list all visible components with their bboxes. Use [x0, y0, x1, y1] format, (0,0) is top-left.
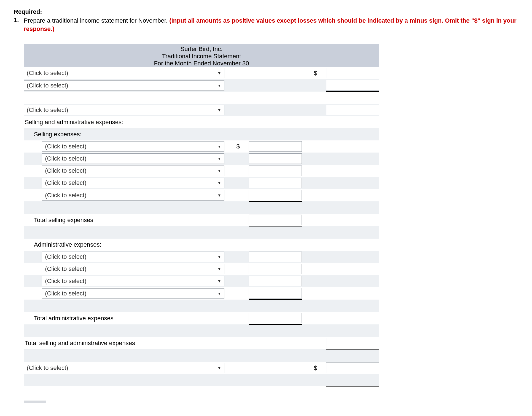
- table-row: (Click to select) ▼: [24, 165, 379, 177]
- table-row: Selling and administrative expenses:: [24, 116, 379, 128]
- amount-input[interactable]: [326, 68, 379, 78]
- line-item-select[interactable]: (Click to select) ▼: [24, 363, 224, 373]
- table-row: [24, 300, 379, 312]
- amount-input[interactable]: [326, 80, 379, 90]
- table-row: Selling expenses:: [24, 128, 379, 140]
- required-heading: Required:: [14, 8, 518, 15]
- table-row: [24, 92, 379, 104]
- question-text-plain: Prepare a traditional income statement f…: [24, 17, 169, 24]
- table-row: Total administrative expenses: [24, 312, 379, 324]
- chevron-down-icon: ▼: [217, 156, 221, 161]
- line-item-select[interactable]: (Click to select) ▼: [42, 166, 224, 176]
- select-placeholder: (Click to select): [27, 82, 68, 89]
- dollar-symbol: $: [314, 362, 326, 374]
- table-row: (Click to select) ▼: [24, 287, 379, 300]
- table-row: [24, 226, 379, 239]
- chevron-down-icon: ▼: [217, 181, 221, 185]
- question-row: 1. Prepare a traditional income statemen…: [14, 17, 518, 33]
- chevron-down-icon: ▼: [217, 71, 221, 75]
- line-item-select[interactable]: (Click to select) ▼: [42, 141, 224, 152]
- chevron-down-icon: ▼: [217, 255, 221, 259]
- select-placeholder: (Click to select): [27, 364, 68, 372]
- table-row: (Click to select) ▼ $: [24, 67, 379, 79]
- question-text: Prepare a traditional income statement f…: [24, 17, 518, 33]
- table-row: [24, 201, 379, 214]
- line-item-select[interactable]: (Click to select) ▼: [42, 276, 224, 286]
- chevron-down-icon: ▼: [217, 83, 221, 88]
- select-placeholder: (Click to select): [45, 167, 86, 174]
- chevron-down-icon: ▼: [217, 279, 221, 283]
- line-item-select[interactable]: (Click to select) ▼: [24, 80, 224, 91]
- table-row: Administrative expenses:: [24, 239, 379, 251]
- amount-input[interactable]: [249, 264, 302, 274]
- amount-input[interactable]: [249, 153, 302, 164]
- amount-input[interactable]: [326, 338, 379, 348]
- amount-input[interactable]: [249, 313, 302, 323]
- select-placeholder: (Click to select): [45, 143, 86, 150]
- statement-title: Traditional Income Statement: [24, 53, 379, 60]
- line-item-select[interactable]: (Click to select) ▼: [24, 105, 224, 115]
- table-row: [24, 374, 379, 386]
- statement-company: Surfer Bird, Inc.: [24, 46, 379, 53]
- chevron-down-icon: ▼: [217, 108, 221, 112]
- table-row: (Click to select) ▼: [24, 153, 379, 165]
- select-placeholder: (Click to select): [45, 278, 86, 285]
- select-placeholder: (Click to select): [45, 155, 86, 162]
- chevron-down-icon: ▼: [217, 169, 221, 173]
- amount-input[interactable]: [249, 166, 302, 176]
- statement-period: For the Month Ended November 30: [24, 60, 379, 67]
- chevron-down-icon: ▼: [217, 366, 221, 370]
- table-row: (Click to select) ▼: [24, 275, 379, 287]
- select-placeholder: (Click to select): [45, 192, 86, 199]
- table-row: (Click to select) ▼: [24, 177, 379, 189]
- select-placeholder: (Click to select): [27, 106, 68, 114]
- table-row: (Click to select) ▼: [24, 263, 379, 275]
- line-item-select[interactable]: (Click to select) ▼: [42, 264, 224, 274]
- amount-input[interactable]: [249, 276, 302, 286]
- amount-input[interactable]: [249, 141, 302, 152]
- selling-expenses-label: Selling expenses:: [33, 128, 379, 140]
- total-selling-admin-expenses-label: Total selling and administrative expense…: [24, 337, 224, 349]
- line-item-select[interactable]: (Click to select) ▼: [42, 288, 224, 299]
- table-row: Total selling expenses: [24, 214, 379, 226]
- table-row: [24, 349, 379, 362]
- table-row: (Click to select) ▼: [24, 189, 379, 201]
- amount-input[interactable]: [249, 178, 302, 188]
- select-placeholder: (Click to select): [45, 290, 86, 297]
- amount-input[interactable]: [249, 190, 302, 200]
- table-row: (Click to select) ▼: [24, 251, 379, 263]
- line-item-select[interactable]: (Click to select) ▼: [42, 252, 224, 262]
- amount-input[interactable]: [249, 215, 302, 225]
- table-row: [24, 324, 379, 337]
- selling-admin-expenses-label: Selling and administrative expenses:: [24, 116, 379, 128]
- amount-input[interactable]: [326, 105, 379, 115]
- admin-expenses-label: Administrative expenses:: [33, 239, 379, 251]
- select-placeholder: (Click to select): [45, 265, 86, 273]
- line-item-select[interactable]: (Click to select) ▼: [42, 190, 224, 201]
- dollar-symbol: $: [237, 140, 249, 153]
- select-placeholder: (Click to select): [45, 179, 86, 186]
- select-placeholder: (Click to select): [45, 253, 86, 260]
- total-admin-expenses-label: Total administrative expenses: [33, 312, 224, 324]
- table-row: Total selling and administrative expense…: [24, 337, 379, 349]
- income-statement-worksheet: Surfer Bird, Inc. Traditional Income Sta…: [24, 44, 379, 387]
- chevron-down-icon: ▼: [217, 193, 221, 198]
- table-row: (Click to select) ▼: [24, 104, 379, 116]
- table-row: (Click to select) ▼: [24, 79, 379, 92]
- line-item-select[interactable]: (Click to select) ▼: [24, 68, 224, 78]
- select-placeholder: (Click to select): [27, 70, 68, 77]
- amount-input[interactable]: [249, 288, 302, 298]
- line-item-select[interactable]: (Click to select) ▼: [42, 153, 224, 164]
- footer-bar: [24, 401, 46, 403]
- table-row: (Click to select) ▼ $: [24, 362, 379, 374]
- line-item-select[interactable]: (Click to select) ▼: [42, 178, 224, 188]
- total-selling-expenses-label: Total selling expenses: [33, 214, 224, 226]
- question-number: 1.: [14, 17, 24, 33]
- amount-input[interactable]: [326, 362, 379, 373]
- amount-input[interactable]: [249, 252, 302, 262]
- table-row: (Click to select) ▼ $: [24, 140, 379, 153]
- statement-header-row: Surfer Bird, Inc. Traditional Income Sta…: [24, 44, 379, 67]
- dollar-symbol: $: [314, 67, 326, 79]
- chevron-down-icon: ▼: [217, 291, 221, 296]
- chevron-down-icon: ▼: [217, 267, 221, 271]
